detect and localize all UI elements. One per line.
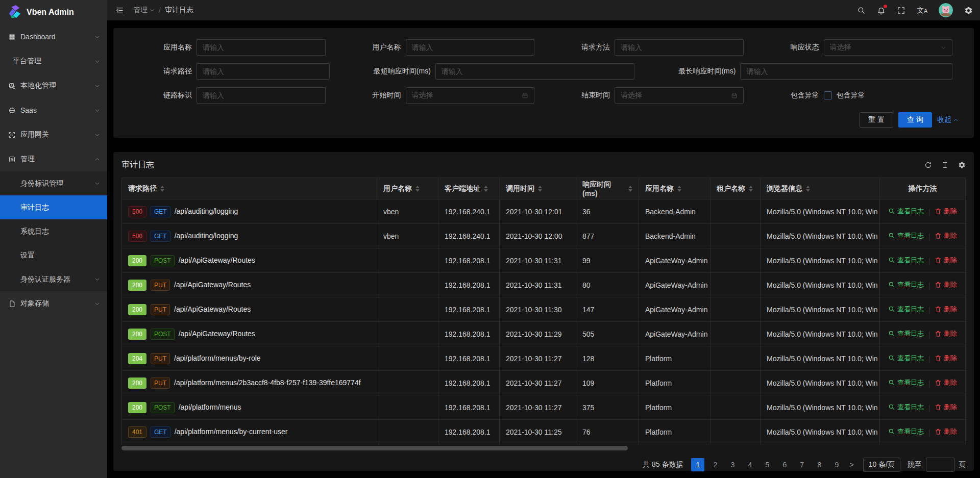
sidebar-item-platform-management[interactable]: 平台管理 [0,49,107,73]
page-button-4[interactable]: 4 [743,458,756,471]
query-button[interactable]: 查 询 [898,112,932,128]
gear-icon[interactable] [964,6,973,15]
col-client-address[interactable]: 客户端地址 [438,178,500,199]
scrollbar-thumb[interactable] [121,446,628,450]
max-response-time-input[interactable] [740,63,952,80]
delete-button[interactable]: 删除 [935,329,957,338]
sidebar-item-identity-management[interactable]: 身份标识管理 [0,171,107,195]
col-response-time[interactable]: 响应时间(ms) [576,178,639,199]
view-log-button[interactable]: 查看日志 [888,378,924,387]
col-request-path[interactable]: 请求路径 [122,178,377,199]
delete-button[interactable]: 删除 [935,354,957,363]
sort-icon[interactable] [538,186,542,192]
app-name-input[interactable] [197,39,326,56]
view-log-button[interactable]: 查看日志 [888,280,924,289]
page-button-3[interactable]: 3 [726,458,739,471]
app-name: ApiGateWay-Admin [639,273,710,297]
delete-button[interactable]: 删除 [935,256,957,265]
row-height-icon[interactable] [941,161,949,169]
sidebar-item-localization[interactable]: 本地化管理 [0,73,107,98]
delete-button[interactable]: 删除 [935,427,957,436]
sort-icon[interactable] [749,186,753,192]
page-jump-input[interactable] [926,458,954,472]
view-log-button[interactable]: 查看日志 [888,256,924,265]
page-button-6[interactable]: 6 [778,458,791,471]
view-log-button[interactable]: 查看日志 [888,207,924,216]
has-exception-checkbox[interactable] [824,91,832,99]
filter-app-name: 应用名称 [126,39,335,56]
sidebar-item-object-storage[interactable]: 对象存储 [0,291,107,316]
search-icon[interactable] [857,6,866,15]
bell-icon[interactable] [877,6,886,15]
page-button-2[interactable]: 2 [708,458,722,471]
action-divider [929,234,929,241]
end-time-picker[interactable]: 请选择 [615,87,744,104]
magnifier-icon [888,428,895,435]
view-log-button[interactable]: 查看日志 [888,354,924,363]
localization-icon [8,82,16,90]
sidebar-item-identity-server[interactable]: 身份认证服务器 [0,267,107,291]
col-call-time[interactable]: 调用时间 [500,178,576,199]
user-name-input[interactable] [406,39,535,56]
view-log-button[interactable]: 查看日志 [888,329,924,338]
client-address: 192.168.208.1 [438,248,500,273]
request-method-input[interactable] [615,39,744,56]
user-name [377,371,438,395]
menu-fold-icon[interactable] [115,6,124,15]
delete-button[interactable]: 删除 [935,378,957,387]
sort-icon[interactable] [677,186,681,192]
min-response-time-input[interactable] [435,63,635,80]
col-user-name[interactable]: 用户名称 [377,178,438,199]
sidebar-item-management[interactable]: 管理 [0,147,107,171]
col-browser-info[interactable]: 浏览器信息 [761,178,880,199]
col-tenant-name[interactable]: 租户名称 [710,178,761,199]
page-button-1[interactable]: 1 [691,458,704,471]
app-logo[interactable]: Vben Admin [0,0,107,24]
sort-icon[interactable] [628,186,632,192]
delete-button[interactable]: 删除 [935,231,957,240]
trash-icon [935,306,942,313]
column-settings-gear-icon[interactable] [958,161,966,169]
avatar[interactable] [939,3,953,17]
start-time-picker[interactable]: 请选择 [406,87,535,104]
col-app-name[interactable]: 应用名称 [639,178,710,199]
main-area: 管理 / 审计日志 文A 应用 [107,0,980,478]
reset-button[interactable]: 重 置 [860,112,893,128]
view-log-button[interactable]: 查看日志 [888,402,924,412]
view-log-button[interactable]: 查看日志 [888,231,924,240]
response-status-select[interactable]: 请选择 [824,39,953,56]
sort-icon[interactable] [806,186,810,192]
refresh-icon[interactable] [924,161,932,169]
view-log-button[interactable]: 查看日志 [888,427,924,436]
delete-button[interactable]: 删除 [935,207,957,216]
sidebar-item-audit-log[interactable]: 审计日志 [0,195,107,219]
sort-icon[interactable] [160,186,164,192]
page-button-7[interactable]: 7 [795,458,808,471]
view-log-button[interactable]: 查看日志 [888,305,924,314]
breadcrumb: 管理 / 审计日志 [133,6,193,15]
breadcrumb-management[interactable]: 管理 [133,6,155,15]
delete-button[interactable]: 删除 [935,280,957,289]
sidebar-item-saas[interactable]: Saas [0,98,107,122]
translate-icon[interactable]: 文A [917,7,927,14]
delete-button[interactable]: 删除 [935,305,957,314]
sort-icon[interactable] [484,186,488,192]
browser-info: Mozilla/5.0 (Windows NT 10.0; Win [761,420,880,444]
collapse-link[interactable]: 收起 [937,115,959,124]
table-row: 200POST/api/platform/menus 192.168.208.1… [122,395,966,420]
page-button-8[interactable]: 8 [813,458,826,471]
request-path-input[interactable] [197,63,330,80]
trash-icon [935,257,942,264]
trace-id-input[interactable] [197,87,326,104]
sidebar-item-dashboard[interactable]: Dashboard [0,24,107,49]
next-page-button[interactable]: > [847,461,855,469]
page-button-9[interactable]: 9 [830,458,843,471]
sidebar-item-settings[interactable]: 设置 [0,243,107,267]
fullscreen-icon[interactable] [897,6,905,15]
sidebar-item-app-gateway[interactable]: 应用网关 [0,122,107,147]
sort-icon[interactable] [415,186,420,192]
page-button-5[interactable]: 5 [761,458,774,471]
sidebar-item-system-log[interactable]: 系统日志 [0,219,107,243]
delete-button[interactable]: 删除 [935,402,957,412]
page-size-select[interactable]: 10 条/页 [863,458,900,472]
